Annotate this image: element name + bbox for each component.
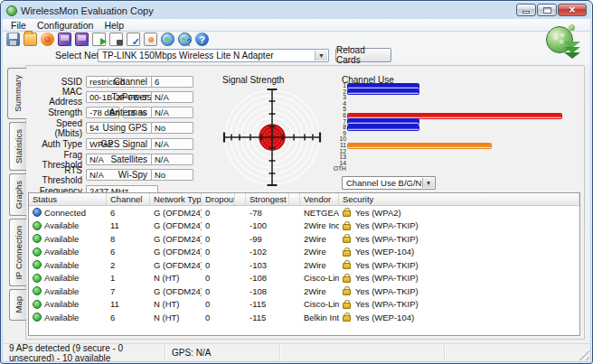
- field-value[interactable]: N/A: [151, 138, 193, 150]
- field-value[interactable]: N/A: [151, 107, 193, 118]
- table-row[interactable]: Available7G (OFDM24)0-1082WireYes (WPA-T…: [29, 285, 579, 298]
- tab-label: IP Connection: [12, 219, 25, 286]
- column-header-network-type[interactable]: Network Type: [150, 193, 202, 205]
- chevron-down-icon[interactable]: ▼: [315, 51, 327, 61]
- cell-strongest: -108: [246, 273, 289, 283]
- chevron-down-icon[interactable]: ▼: [422, 178, 434, 188]
- toolbar: [3, 32, 590, 47]
- channel-use-chart: 1234567891011121314OTH: [326, 83, 570, 173]
- adapter1-icon[interactable]: [58, 33, 71, 46]
- column-header-vendor[interactable]: Vendor: [300, 193, 339, 205]
- table-row[interactable]: Available11G (OFDM24)0-1002Wire Inc.Yes …: [29, 219, 579, 233]
- cell-channel: 6: [107, 313, 150, 322]
- record-icon[interactable]: [41, 33, 54, 46]
- security-text: Yes (WPA-TKIP): [355, 299, 419, 309]
- field-label: Wi-Spy: [88, 170, 151, 180]
- cell-network-type: N (HT): [150, 273, 202, 283]
- maximize-icon: [543, 7, 551, 14]
- channel-row-2: 2: [326, 89, 570, 96]
- field-value[interactable]: 6: [151, 76, 193, 88]
- table-row[interactable]: Available11N (HT)0-115Cisco-Link...Yes (…: [29, 298, 579, 312]
- column-header-channel[interactable]: Channel: [107, 193, 150, 205]
- menu-file[interactable]: File: [6, 20, 31, 31]
- signal-strength-radar: [220, 85, 325, 190]
- table-row[interactable]: Available6G (OFDM24)0-1022WireYes (WEP-1…: [29, 246, 579, 259]
- maximize-button[interactable]: [537, 4, 557, 16]
- channel-use-dropdown[interactable]: Channel Use B/G/N ▼: [342, 176, 436, 190]
- cell-dropouts: 0: [202, 299, 235, 309]
- column-header-strongest[interactable]: Strongest ...: [246, 193, 289, 205]
- cell-network-type: G (OFDM24): [150, 286, 202, 296]
- cell-network-type: G (OFDM24): [150, 247, 202, 257]
- reload-cards-button[interactable]: Reload Cards: [335, 48, 391, 62]
- cell-security: Yes (WPA-TKIP): [339, 234, 579, 244]
- column-header-security[interactable]: Security: [339, 193, 579, 205]
- network-card-dropdown[interactable]: TP-LINK 150Mbps Wireless Lite N Adapter …: [98, 49, 329, 62]
- security-text: Yes (WPA2): [355, 208, 401, 218]
- cell-vendor: NETGEAR...: [300, 208, 339, 218]
- cell-security: Yes (WPA-TKIP): [339, 260, 579, 270]
- cell-security: Yes (WEP-104): [339, 247, 579, 257]
- column-header-status[interactable]: Status: [29, 193, 107, 205]
- channel-bar-1: [348, 84, 419, 89]
- cell-network-type: G (OFDM24): [150, 220, 202, 230]
- tab-label: Summary: [11, 69, 24, 118]
- tab-summary[interactable]: Summary: [7, 68, 27, 119]
- column-header-dropouts[interactable]: Dropouts: [202, 193, 235, 205]
- table-row[interactable]: Available6N (HT)0-115Belkin Inter...Yes …: [29, 311, 579, 324]
- table-body: Connected6G (OFDM24)0-78NETGEAR...Yes (W…: [29, 206, 579, 324]
- tab-map[interactable]: Map: [9, 289, 26, 320]
- column-header-spacer[interactable]: [235, 193, 246, 205]
- close-button[interactable]: ×: [558, 4, 587, 16]
- channel-bar-8: [348, 126, 419, 130]
- field-value[interactable]: N/A: [151, 91, 193, 103]
- open-icon[interactable]: [24, 33, 37, 46]
- table-row[interactable]: Connected6G (OFDM24)0-78NETGEAR...Yes (W…: [29, 206, 579, 219]
- cell-vendor: Cisco-Link...: [300, 273, 339, 283]
- field-gps-signal: GPS SignalN/A: [88, 137, 193, 150]
- cell-security: Yes (WPA-TKIP): [339, 220, 579, 230]
- field-label: Channel: [88, 77, 151, 87]
- cell-dropouts: 0: [202, 234, 235, 244]
- notes-icon[interactable]: [144, 33, 157, 46]
- tab-ip-connection[interactable]: IP Connection: [9, 219, 26, 287]
- field-value[interactable]: No: [151, 169, 193, 181]
- tab-graphs[interactable]: Graphs: [9, 173, 26, 216]
- field-value[interactable]: N/A: [151, 154, 193, 165]
- signal-strength-title: Signal Strength: [222, 75, 284, 85]
- field-value[interactable]: No: [151, 122, 193, 134]
- status-available-icon: [33, 313, 42, 322]
- cell-security: Yes (WPA2): [339, 208, 579, 218]
- cell-strongest: -99: [246, 234, 289, 244]
- globe1-icon[interactable]: [161, 33, 174, 46]
- cell-channel: 2: [107, 260, 150, 270]
- import-icon[interactable]: [109, 33, 123, 46]
- channel-row-8: 8: [326, 125, 570, 131]
- tab-statistics[interactable]: Statistics: [9, 122, 26, 171]
- window-title: WirelessMon Evaluation Copy: [21, 5, 154, 16]
- minimize-button[interactable]: [516, 4, 536, 16]
- adapter2-icon[interactable]: [75, 33, 89, 46]
- status-text: Available: [44, 260, 79, 270]
- title-bar[interactable]: WirelessMon Evaluation Copy ×: [3, 3, 590, 19]
- menu-help[interactable]: Help: [99, 20, 128, 31]
- cell-channel: 7: [107, 286, 150, 296]
- field-satellites: SatellitesN/A: [88, 154, 193, 166]
- table-row[interactable]: Available8G (OFDM24)0-992WireYes (WPA-TK…: [29, 232, 579, 246]
- export-icon[interactable]: [92, 33, 106, 46]
- globe2-icon[interactable]: [178, 33, 192, 46]
- channel-row-oth: OTH: [326, 166, 570, 173]
- network-card-value: TP-LINK 150Mbps Wireless Lite N Adapter: [102, 51, 274, 61]
- status-text: Available: [44, 299, 79, 309]
- table-row[interactable]: Available1N (HT)0-108Cisco-Link...Yes (W…: [29, 272, 579, 285]
- verify-icon[interactable]: [127, 33, 140, 46]
- field-antennas: AntennasN/A: [88, 107, 193, 119]
- table-row[interactable]: Available2G (OFDM24)0-1032WireYes (WPA-T…: [29, 258, 579, 272]
- menu-configuration[interactable]: Configuration: [33, 20, 98, 31]
- lock-icon: [343, 210, 351, 217]
- cell-dropouts: 0: [202, 260, 235, 270]
- help-icon[interactable]: [195, 33, 209, 46]
- lock-icon: [343, 237, 351, 243]
- column-header-spacer[interactable]: [289, 193, 300, 205]
- save-icon[interactable]: [6, 33, 20, 46]
